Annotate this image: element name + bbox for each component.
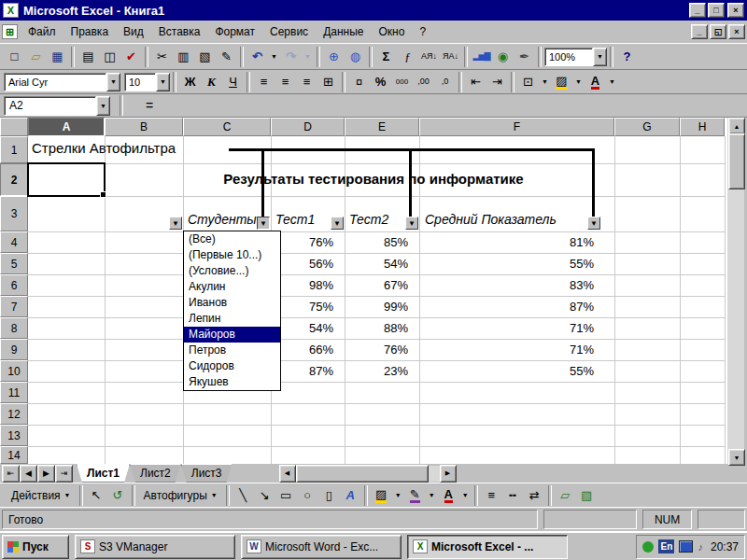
copy-button[interactable]: ▥ (173, 47, 194, 67)
cell-value[interactable]: 88% (345, 317, 408, 339)
draw-font-color-button[interactable]: А (438, 485, 459, 506)
column-header-f[interactable]: F (419, 118, 614, 136)
fill-color-button[interactable]: ▨ (551, 72, 572, 92)
row-header-8[interactable]: 8 (0, 317, 28, 339)
draw-line-button[interactable]: ╲ (233, 485, 254, 506)
draw-actions-menu-button[interactable]: Действия ▼ (6, 485, 77, 506)
autofilter-option[interactable]: Иванов (184, 295, 280, 311)
column-header-e[interactable]: E (345, 118, 419, 136)
undo-dropdown-button[interactable]: ▼ (268, 47, 280, 67)
cell-value[interactable]: 67% (345, 274, 408, 296)
scroll-up-button[interactable]: ▲ (728, 118, 745, 134)
font-size-dropdown-button[interactable]: ▼ (156, 73, 170, 91)
draw-arrow-button[interactable]: ↘ (254, 485, 275, 506)
scroll-left-button[interactable]: ◀ (279, 465, 296, 483)
cell-value[interactable]: 83% (419, 274, 594, 296)
sort-descending-button[interactable]: ЯА↓ (440, 47, 461, 67)
menu-data[interactable]: Данные (316, 22, 371, 42)
doc-restore-button[interactable]: ◱ (710, 24, 726, 39)
web-toolbar-button[interactable]: ◍ (345, 47, 366, 67)
three-d-button[interactable]: ▧ (576, 485, 598, 506)
column-header-c[interactable]: C (183, 118, 271, 136)
row-header-6[interactable]: 6 (0, 274, 28, 296)
decrease-indent-button[interactable]: ⇤ (465, 72, 486, 92)
help-button[interactable]: ? (616, 47, 638, 67)
increase-decimal-button[interactable]: ,00 (413, 72, 434, 92)
autofilter-dropdown-list[interactable]: (Все)(Первые 10...)(Условие...)АкулинИва… (183, 231, 281, 391)
cell-value[interactable]: 99% (345, 296, 408, 317)
draw-oval-button[interactable]: ○ (297, 485, 318, 506)
autofilter-option[interactable]: Акулин (184, 279, 280, 295)
filter-header-test1[interactable]: Тест1 (275, 209, 315, 230)
cell-value[interactable]: 55% (419, 253, 594, 274)
sheet-title-text[interactable]: Результаты тестирования по информатике (140, 171, 607, 187)
print-button[interactable]: ▤ (78, 47, 99, 67)
font-color-button[interactable]: А (585, 72, 606, 92)
drawing-button[interactable]: ✒ (514, 47, 535, 67)
row-header-10[interactable]: 10 (0, 360, 28, 382)
draw-fill-color-dropdown[interactable]: ▼ (392, 485, 404, 506)
shadow-button[interactable]: ▱ (555, 485, 576, 506)
autofilter-option[interactable]: Якушев (184, 374, 280, 390)
insert-hyperlink-button[interactable]: ⊕ (323, 47, 345, 67)
autofilter-option[interactable]: (Условие...) (184, 263, 280, 279)
menu-help[interactable]: ? (412, 22, 433, 42)
autofilter-option[interactable]: Лепин (184, 311, 280, 327)
select-all-corner[interactable] (0, 118, 28, 136)
wordart-button[interactable]: А (340, 485, 361, 506)
percent-style-button[interactable]: % (370, 72, 391, 92)
row-header-4[interactable]: 4 (0, 231, 28, 253)
zoom-dropdown-button[interactable]: ▼ (593, 48, 607, 66)
autofilter-button-students[interactable]: ▼ (257, 217, 270, 230)
merge-center-button[interactable]: ⊞ (317, 72, 339, 92)
font-color-dropdown-button[interactable]: ▼ (606, 72, 618, 92)
cell-value[interactable]: 23% (345, 360, 408, 382)
close-button[interactable]: × (727, 3, 744, 18)
decrease-decimal-button[interactable]: ,0 (434, 72, 456, 92)
cell-value[interactable]: 87% (419, 296, 594, 317)
draw-line-color-dropdown[interactable]: ▼ (426, 485, 438, 506)
autofilter-option[interactable]: Петров (184, 343, 280, 358)
cell-value[interactable]: 71% (419, 317, 594, 339)
autofilter-option[interactable]: Сидоров (184, 358, 280, 374)
row-header-1[interactable]: 1 (0, 136, 28, 163)
cell-value[interactable]: 55% (419, 360, 594, 382)
sheet-grid[interactable]: Стрелки Автофильтра Результаты тестирова… (0, 118, 727, 464)
filter-header-test2[interactable]: Тест2 (349, 209, 388, 230)
font-size-combobox[interactable]: 10 (124, 73, 156, 91)
vertical-scroll-thumb[interactable] (728, 133, 745, 189)
autofilter-option[interactable]: (Все) (184, 231, 280, 247)
minimize-button[interactable]: _ (689, 3, 706, 18)
italic-button[interactable]: К (201, 72, 222, 92)
draw-fill-color-button[interactable]: ▨ (371, 485, 392, 506)
cell-value[interactable]: 76% (345, 339, 408, 360)
cell-value[interactable]: 71% (419, 339, 594, 360)
currency-style-button[interactable]: ¤ (348, 72, 370, 92)
select-objects-button[interactable]: ↖ (86, 485, 107, 506)
formula-input[interactable] (153, 97, 743, 115)
open-button[interactable]: ▱ (25, 47, 47, 67)
row-header-13[interactable]: 13 (0, 425, 28, 446)
autofilter-button-test1[interactable]: ▼ (331, 217, 344, 230)
cell-value[interactable]: 85% (345, 231, 408, 253)
sheet-tab-list2[interactable]: Лист2 (130, 464, 181, 483)
cell-value[interactable]: 54% (345, 253, 408, 274)
column-header-g[interactable]: G (614, 118, 680, 136)
volume-tray-icon[interactable]: ♪ (698, 541, 703, 553)
annotation-cell-text[interactable]: Стрелки Автофильтра (32, 140, 237, 159)
spelling-button[interactable]: ✔ (120, 47, 142, 67)
chart-wizard-button[interactable]: ▂▅▇ (471, 47, 492, 67)
name-box-dropdown-button[interactable]: ▼ (96, 96, 110, 116)
cut-button[interactable]: ✂ (151, 47, 173, 67)
align-left-button[interactable]: ≡ (253, 72, 275, 92)
autofilter-option[interactable]: (Первые 10...) (184, 247, 280, 263)
paste-button[interactable]: ▧ (194, 47, 216, 67)
filter-header-students[interactable]: Студенты (188, 209, 257, 230)
fill-handle[interactable] (100, 191, 106, 198)
bold-button[interactable]: Ж (179, 72, 201, 92)
tab-scroll-first-button[interactable]: ⇤ (2, 465, 20, 483)
maximize-button[interactable]: □ (708, 3, 725, 18)
font-name-combobox[interactable]: Arial Cyr (4, 73, 106, 91)
print-preview-button[interactable]: ◫ (99, 47, 120, 67)
sheet-tab-list3[interactable]: Лист3 (181, 464, 233, 483)
